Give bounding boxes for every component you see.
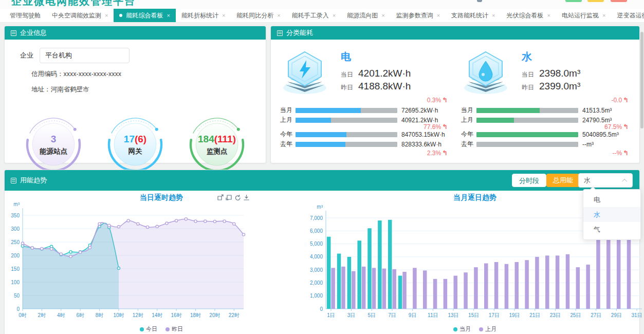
tab-bar: 管理驾驶舱中央空调能效监测×能耗综合看板×能耗折标统计×能耗同比分析×能耗手工录… — [0, 9, 644, 23]
gauges-row: 3能源站点17(6)网关184(111)监测点 — [5, 116, 266, 175]
time-segment-button[interactable]: 分时段 — [512, 174, 546, 187]
energy-type-name: 水 — [522, 50, 580, 64]
comparison-bars: 当月72695.2kW·h上月40921.2kW·h77.6%↰今年847053… — [280, 105, 448, 157]
close-icon[interactable]: × — [277, 13, 280, 18]
day-percent: -0.0↰ — [461, 96, 629, 104]
close-icon[interactable]: × — [547, 13, 550, 18]
legend-label: 昨日 — [172, 326, 183, 332]
kpi-row: 昨日4188.8kW·h — [341, 81, 411, 92]
refresh-icon[interactable] — [234, 194, 241, 201]
tab-逆变器运行监视[interactable]: 逆变器运行监视× — [611, 9, 644, 22]
bar-row-今年: 今年847053.15kW·h — [280, 129, 448, 139]
legend-dot-icon — [453, 327, 457, 331]
red-badge[interactable] — [611, 0, 627, 2]
bar-label: 去年 — [461, 140, 476, 149]
svg-text:19日: 19日 — [509, 312, 520, 318]
select-value: 水 — [584, 176, 591, 185]
tab-能耗综合看板[interactable]: 能耗综合看板× — [114, 9, 175, 22]
energy-type-dropdown: 电水气 — [583, 189, 641, 240]
tab-label: 能耗同比分析 — [236, 11, 273, 20]
enterprise-panel-header: 企业信息 — [5, 26, 266, 40]
tab-监测参数查询[interactable]: 监测参数查询× — [391, 9, 446, 22]
kpi-value: 2399.0m³ — [539, 81, 580, 92]
category-consumption-panel: 分类能耗 电当日4201.2kW·h昨日4188.8kW·h0.3%↰当月726… — [270, 26, 640, 163]
tab-电站运行监视[interactable]: 电站运行监视× — [556, 9, 611, 22]
tab-支路能耗统计[interactable]: 支路能耗统计× — [446, 9, 501, 22]
bar-fill — [296, 132, 346, 137]
chart-toolbox — [217, 194, 250, 201]
company-label: 企业 — [20, 51, 33, 60]
tab-能耗同比分析[interactable]: 能耗同比分析× — [231, 9, 286, 22]
legend-item-昨日[interactable]: 昨日 — [165, 325, 183, 333]
active-tab-dot-icon — [119, 14, 122, 17]
kpi-row: 当日4201.2kW·h — [341, 68, 411, 79]
download-icon[interactable] — [243, 194, 250, 201]
svg-text:0时: 0时 — [19, 312, 27, 318]
tab-能耗手工录入[interactable]: 能耗手工录入× — [286, 9, 341, 22]
legend-item-今日[interactable]: 今日 — [140, 325, 157, 333]
trend-arrow-icon: ↰ — [442, 149, 448, 157]
svg-text:4时: 4时 — [57, 312, 65, 318]
restore-icon[interactable] — [226, 194, 232, 201]
svg-text:23日: 23日 — [550, 312, 561, 318]
bar-value: 828333.6kW·h — [401, 141, 441, 148]
tab-管理驾驶舱[interactable]: 管理驾驶舱 — [4, 9, 46, 22]
company-input[interactable] — [40, 48, 130, 63]
dropdown-option-气[interactable]: 气 — [583, 222, 640, 237]
bar-row-当月: 当月72695.2kW·h — [280, 105, 448, 115]
svg-text:50: 50 — [14, 293, 20, 299]
svg-text:300: 300 — [11, 226, 20, 232]
bar-fill — [476, 108, 540, 113]
bar-fill — [476, 132, 578, 137]
close-icon[interactable]: × — [602, 13, 605, 18]
bar-fill — [296, 142, 345, 147]
svg-text:10时: 10时 — [113, 312, 124, 318]
close-icon[interactable]: × — [222, 13, 225, 18]
bar-value: 41513.5m³ — [582, 107, 612, 114]
svg-text:15日: 15日 — [468, 312, 479, 318]
green-badge[interactable] — [565, 0, 582, 2]
close-icon[interactable]: × — [437, 13, 440, 18]
svg-text:184(111): 184(111) — [198, 134, 236, 144]
legend-label: 当月 — [459, 326, 471, 332]
close-icon[interactable]: × — [381, 13, 384, 18]
svg-text:12时: 12时 — [133, 312, 143, 318]
svg-text:3日: 3日 — [347, 312, 356, 318]
zoom-box-icon[interactable] — [217, 194, 224, 201]
close-icon[interactable]: × — [492, 13, 495, 18]
legend-item-当月[interactable]: 当月 — [453, 325, 471, 333]
yellow-badge[interactable] — [587, 0, 604, 2]
kpi-label: 昨日 — [522, 83, 539, 92]
trend-arrow-icon: ↰ — [623, 96, 629, 104]
notification-icon[interactable] — [477, 0, 482, 2]
kpi-label: 当日 — [522, 70, 539, 79]
close-icon[interactable]: × — [333, 13, 336, 18]
bar-fill — [296, 118, 331, 123]
svg-text:11日: 11日 — [428, 312, 438, 318]
comparison-bars: 当月41513.5m³上月24790.5m³67.5%↰今年5040895.5m… — [461, 105, 629, 157]
bar-value: 72695.2kW·h — [401, 107, 438, 114]
tab-能源流向图[interactable]: 能源流向图× — [341, 9, 390, 22]
tab-能耗折标统计[interactable]: 能耗折标统计× — [176, 9, 231, 22]
close-icon[interactable]: × — [105, 13, 108, 18]
dropdown-option-电[interactable]: 电 — [583, 192, 640, 207]
energy-type-name: 电 — [341, 50, 411, 64]
scrollbar-thumb[interactable] — [640, 32, 643, 128]
energy-type-select[interactable]: 水 — [578, 173, 633, 188]
dropdown-option-水[interactable]: 水 — [583, 207, 640, 222]
svg-text:网关: 网关 — [128, 147, 142, 155]
enterprise-info-panel: 企业信息 企业 信用编码：xxxx-xxxx-xxxx-xxxx 地址：河南省鹤… — [4, 26, 266, 163]
bar-value: 847053.15kW·h — [401, 131, 445, 138]
bar-row-当月: 当月41513.5m³ — [461, 105, 629, 115]
panel-title: 分类能耗 — [286, 28, 313, 38]
legend-item-上月[interactable]: 上月 — [479, 325, 496, 333]
bar-row-今年: 今年5040895.5m³ — [461, 129, 629, 139]
svg-text:0: 0 — [16, 306, 20, 312]
svg-text:13日: 13日 — [448, 312, 458, 318]
tab-中央空调能效监测[interactable]: 中央空调能效监测× — [46, 9, 114, 22]
page-scrollbar[interactable] — [640, 23, 644, 334]
tab-光伏综合看板[interactable]: 光伏综合看板× — [501, 9, 556, 22]
svg-text:17(6): 17(6) — [124, 134, 146, 144]
close-icon[interactable]: × — [167, 13, 170, 18]
total-energy-button[interactable]: 总用能 — [546, 174, 580, 187]
